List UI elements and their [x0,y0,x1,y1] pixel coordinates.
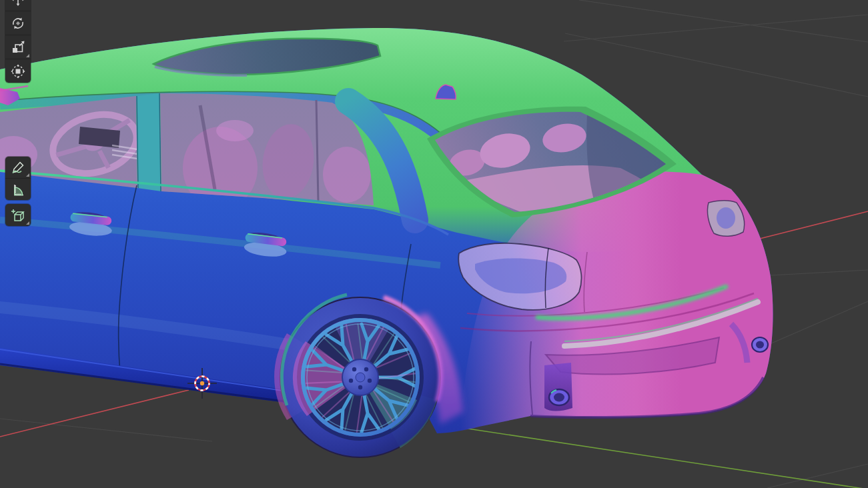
b-pillar [136,93,161,191]
scale-icon [11,40,25,55]
blender-3d-viewport[interactable] [0,0,868,488]
rotate-icon [11,16,25,31]
add-cube-icon [11,208,25,223]
tool-add-cube-button[interactable] [5,204,31,226]
tool-scale-button[interactable] [5,35,31,59]
transform-icon [11,64,25,79]
transform-tool-group [5,0,31,83]
add-tool-group [5,204,31,226]
tool-transform-button[interactable] [5,59,31,83]
measure-icon [11,182,25,197]
headrest [216,120,254,141]
tool-shelf [5,0,31,229]
annotate-tool-group [5,157,31,200]
right-taillight [707,201,744,236]
hub-cap [356,373,365,382]
left-exhaust-tip [549,389,569,405]
viewport-canvas[interactable] [0,0,868,488]
tool-measure-button[interactable] [5,178,31,200]
tool-annotate-button[interactable] [5,157,31,178]
seat-back [323,147,371,203]
cursor-center-dot [200,381,204,385]
annotate-icon [11,160,25,175]
tool-move-button[interactable] [5,0,31,11]
tool-rotate-button[interactable] [5,11,31,35]
move-icon [11,0,25,7]
